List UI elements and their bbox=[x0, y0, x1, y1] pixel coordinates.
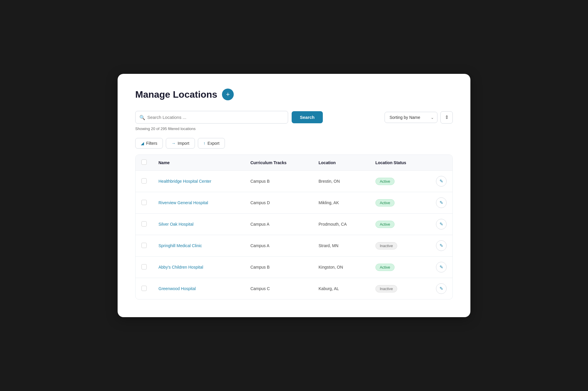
row-curriculum-cell: Campus C bbox=[245, 278, 313, 300]
search-icon: 🔍 bbox=[139, 114, 145, 120]
action-buttons-row: ◢ Filters → Import ↑ Export bbox=[135, 138, 453, 149]
search-wrapper: 🔍 bbox=[135, 111, 288, 124]
row-checkbox-cell bbox=[136, 171, 153, 192]
sort-select[interactable]: Sorting by Name Sorting by Status Sortin… bbox=[385, 112, 437, 123]
row-status-cell: Inactive bbox=[370, 278, 430, 300]
row-curriculum-cell: Campus B bbox=[245, 171, 313, 192]
search-input[interactable] bbox=[135, 111, 288, 124]
page-title: Manage Locations bbox=[135, 89, 217, 100]
row-checkbox-cell bbox=[136, 214, 153, 235]
row-name-cell: Riverview General Hospital bbox=[153, 192, 245, 214]
location-name-link[interactable]: Silver Oak Hospital bbox=[158, 222, 193, 227]
header-location: Location bbox=[313, 155, 370, 171]
location-name-link[interactable]: Greenwood Hospital bbox=[158, 286, 196, 291]
edit-icon: ✎ bbox=[440, 286, 443, 291]
edit-icon: ✎ bbox=[440, 243, 443, 248]
sort-wrapper: Sorting by Name Sorting by Status Sortin… bbox=[385, 111, 453, 124]
add-location-button[interactable]: + bbox=[222, 89, 234, 100]
edit-icon: ✎ bbox=[440, 264, 443, 270]
status-badge: Active bbox=[375, 264, 395, 271]
location-name-link[interactable]: Riverview General Hospital bbox=[158, 200, 208, 205]
row-actions-cell: ✎ bbox=[430, 257, 452, 278]
sort-select-wrapper: Sorting by Name Sorting by Status Sortin… bbox=[385, 112, 437, 123]
row-actions-cell: ✎ bbox=[430, 278, 452, 300]
page-header: Manage Locations + bbox=[135, 89, 453, 100]
header-actions bbox=[430, 155, 452, 171]
status-badge: Inactive bbox=[375, 285, 397, 292]
filters-button[interactable]: ◢ Filters bbox=[135, 138, 163, 149]
status-badge: Active bbox=[375, 199, 395, 207]
row-location-cell: Kaburg, AL bbox=[313, 278, 370, 300]
filters-label: Filters bbox=[146, 141, 157, 146]
row-name-cell: Healthbridge Hospital Center bbox=[153, 171, 245, 192]
export-button[interactable]: ↑ Export bbox=[198, 138, 225, 149]
table-header-row: Name Curriculum Tracks Location Location… bbox=[136, 155, 452, 171]
row-location-cell: Mikling, AK bbox=[313, 192, 370, 214]
edit-button[interactable]: ✎ bbox=[436, 176, 447, 187]
status-badge: Active bbox=[375, 221, 395, 228]
locations-table: Name Curriculum Tracks Location Location… bbox=[136, 155, 452, 299]
import-label: Import bbox=[178, 141, 189, 146]
main-card: Manage Locations + 🔍 Search Sorting by N… bbox=[118, 74, 470, 317]
header-location-status: Location Status bbox=[370, 155, 430, 171]
row-checkbox[interactable] bbox=[141, 243, 147, 248]
row-checkbox[interactable] bbox=[141, 221, 147, 227]
locations-table-container: Name Curriculum Tracks Location Location… bbox=[135, 154, 453, 300]
table-row: Silver Oak Hospital Campus A Prodmouth, … bbox=[136, 214, 452, 235]
edit-button[interactable]: ✎ bbox=[436, 240, 447, 251]
row-status-cell: Active bbox=[370, 192, 430, 214]
row-location-cell: Strard, MN bbox=[313, 235, 370, 257]
import-button[interactable]: → Import bbox=[166, 138, 195, 149]
row-name-cell: Springhill Medical Clinic bbox=[153, 235, 245, 257]
edit-button[interactable]: ✎ bbox=[436, 219, 447, 229]
table-row: Abby's Children Hospital Campus B Kingst… bbox=[136, 257, 452, 278]
row-curriculum-cell: Campus B bbox=[245, 257, 313, 278]
results-info: Showing 20 of 295 filtered locations bbox=[135, 127, 453, 131]
row-actions-cell: ✎ bbox=[430, 214, 452, 235]
row-checkbox-cell bbox=[136, 278, 153, 300]
edit-icon: ✎ bbox=[440, 200, 443, 205]
table-row: Riverview General Hospital Campus D Mikl… bbox=[136, 192, 452, 214]
sort-lines-icon: ⇕ bbox=[445, 114, 449, 120]
export-icon: ↑ bbox=[203, 141, 206, 146]
row-name-cell: Silver Oak Hospital bbox=[153, 214, 245, 235]
edit-button[interactable]: ✎ bbox=[436, 283, 447, 294]
table-row: Greenwood Hospital Campus C Kaburg, AL I… bbox=[136, 278, 452, 300]
header-curriculum-tracks: Curriculum Tracks bbox=[245, 155, 313, 171]
status-badge: Inactive bbox=[375, 242, 397, 249]
filter-icon: ◢ bbox=[141, 141, 144, 146]
row-actions-cell: ✎ bbox=[430, 171, 452, 192]
edit-button[interactable]: ✎ bbox=[436, 262, 447, 272]
row-status-cell: Inactive bbox=[370, 235, 430, 257]
header-checkbox-col bbox=[136, 155, 153, 171]
edit-icon: ✎ bbox=[440, 222, 443, 227]
sort-filter-icon-button[interactable]: ⇕ bbox=[440, 111, 453, 124]
plus-icon: + bbox=[226, 91, 230, 98]
row-curriculum-cell: Campus A bbox=[245, 235, 313, 257]
edit-button[interactable]: ✎ bbox=[436, 197, 447, 208]
row-status-cell: Active bbox=[370, 214, 430, 235]
row-checkbox[interactable] bbox=[141, 264, 147, 269]
row-curriculum-cell: Campus D bbox=[245, 192, 313, 214]
row-name-cell: Greenwood Hospital bbox=[153, 278, 245, 300]
select-all-checkbox[interactable] bbox=[141, 159, 147, 165]
row-name-cell: Abby's Children Hospital bbox=[153, 257, 245, 278]
location-name-link[interactable]: Abby's Children Hospital bbox=[158, 265, 203, 269]
location-name-link[interactable]: Springhill Medical Clinic bbox=[158, 243, 202, 248]
export-label: Export bbox=[208, 141, 219, 146]
table-body: Healthbridge Hospital Center Campus B Br… bbox=[136, 171, 452, 300]
import-icon: → bbox=[171, 141, 176, 146]
row-checkbox[interactable] bbox=[141, 286, 147, 291]
status-badge: Active bbox=[375, 178, 395, 185]
row-location-cell: Kingston, ON bbox=[313, 257, 370, 278]
row-status-cell: Active bbox=[370, 171, 430, 192]
row-curriculum-cell: Campus A bbox=[245, 214, 313, 235]
location-name-link[interactable]: Healthbridge Hospital Center bbox=[158, 179, 211, 184]
search-row: 🔍 Search Sorting by Name Sorting by Stat… bbox=[135, 111, 453, 124]
row-checkbox[interactable] bbox=[141, 178, 147, 184]
row-status-cell: Active bbox=[370, 257, 430, 278]
edit-icon: ✎ bbox=[440, 179, 443, 184]
row-checkbox[interactable] bbox=[141, 200, 147, 205]
table-row: Healthbridge Hospital Center Campus B Br… bbox=[136, 171, 452, 192]
search-button[interactable]: Search bbox=[292, 111, 323, 123]
